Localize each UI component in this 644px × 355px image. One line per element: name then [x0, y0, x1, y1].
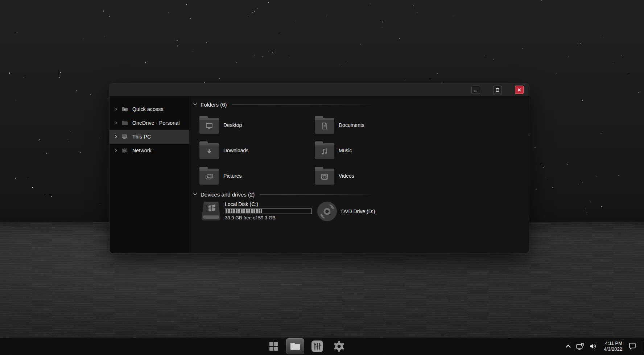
- star: [262, 57, 263, 57]
- clock-date: 4/3/2022: [604, 346, 622, 352]
- chevron-right-icon[interactable]: [114, 135, 118, 139]
- star: [347, 63, 347, 64]
- star: [252, 12, 253, 13]
- documents-folder-icon: [315, 118, 334, 134]
- star: [293, 22, 294, 22]
- taskbar-clock[interactable]: 4:11 PM 4/3/2022: [604, 340, 622, 352]
- minimize-button[interactable]: [471, 86, 480, 94]
- local-disk-tile[interactable]: Local Disk (C:) 33.9 GB free of 59.3 GB: [199, 201, 317, 222]
- disk-usage-fill: [226, 209, 262, 213]
- mixer-taskbar-button[interactable]: [309, 338, 326, 354]
- group-divider: [232, 104, 378, 105]
- star: [103, 11, 104, 12]
- star: [568, 56, 569, 57]
- folder-icon: [290, 342, 301, 351]
- notifications-button[interactable]: [626, 339, 639, 354]
- star: [268, 51, 269, 52]
- devices-row: Local Disk (C:) 33.9 GB free of 59.3 GB: [199, 201, 524, 222]
- chevron-up-icon: [565, 344, 571, 349]
- star: [552, 187, 553, 188]
- star: [190, 18, 191, 20]
- devices-group-title: Devices and drives (2): [201, 191, 255, 198]
- minimize-icon: [474, 88, 478, 92]
- star: [268, 2, 269, 3]
- file-explorer-window: Quick access OneDrive - Personal This PC…: [110, 83, 529, 253]
- folder-tile-videos[interactable]: Videos: [315, 163, 430, 189]
- gear-icon: [333, 340, 345, 352]
- star: [360, 44, 361, 45]
- videos-folder-icon: [315, 169, 334, 185]
- chevron-down-icon[interactable]: [193, 193, 197, 196]
- sidebar-item-network[interactable]: Network: [110, 144, 189, 157]
- folder-tile-pictures[interactable]: Pictures: [199, 163, 315, 189]
- devices-group-header[interactable]: Devices and drives (2): [192, 191, 378, 198]
- window-titlebar[interactable]: [110, 83, 529, 96]
- star: [431, 79, 432, 79]
- star: [417, 12, 418, 13]
- star: [219, 78, 220, 79]
- sidebar-item-label: This PC: [132, 134, 151, 140]
- file-explorer-taskbar-button[interactable]: [286, 338, 304, 354]
- star: [83, 38, 84, 39]
- star: [342, 66, 342, 66]
- chevron-right-icon[interactable]: [114, 121, 118, 125]
- star: [486, 57, 487, 57]
- system-tray: 4:11 PM 4/3/2022: [563, 338, 639, 355]
- volume-tray-button[interactable]: [587, 339, 599, 354]
- star: [186, 4, 187, 5]
- downloads-folder-icon: [199, 143, 219, 159]
- star: [192, 51, 193, 52]
- sidebar-item-quick-access[interactable]: Quick access: [110, 102, 189, 116]
- clock-time: 4:11 PM: [604, 340, 622, 346]
- star: [9, 73, 10, 74]
- folders-group-header[interactable]: Folders (6): [192, 101, 378, 108]
- folder-tile-downloads[interactable]: Downloads: [199, 138, 315, 163]
- star: [405, 79, 406, 81]
- star: [603, 37, 604, 38]
- star: [168, 12, 169, 13]
- maximize-icon: [495, 88, 500, 92]
- windows-logo-icon: [269, 341, 279, 351]
- close-button[interactable]: [515, 86, 524, 94]
- folders-group-title: Folders (6): [201, 102, 227, 108]
- folder-tile-music[interactable]: Music: [315, 138, 430, 163]
- local-disk-info: Local Disk (C:) 33.9 GB free of 59.3 GB: [225, 201, 312, 222]
- star: [279, 33, 280, 33]
- start-button[interactable]: [266, 338, 282, 354]
- star: [582, 182, 583, 183]
- star: [177, 40, 178, 41]
- sidebar-item-onedrive[interactable]: OneDrive - Personal: [110, 116, 189, 130]
- chevron-right-icon[interactable]: [114, 107, 118, 111]
- chevron-right-icon[interactable]: [114, 149, 118, 152]
- maximize-button[interactable]: [493, 86, 502, 94]
- star: [69, 141, 69, 141]
- mixer-icon: [311, 340, 323, 352]
- hidden-icons-button[interactable]: [563, 339, 574, 354]
- star: [46, 153, 47, 154]
- star: [585, 209, 586, 209]
- star: [236, 62, 236, 63]
- star: [80, 152, 81, 153]
- star: [289, 55, 289, 56]
- sidebar-item-label: Quick access: [132, 106, 164, 112]
- star: [580, 43, 581, 44]
- star: [326, 15, 327, 16]
- star: [206, 42, 207, 43]
- speaker-icon: [589, 343, 597, 350]
- dvd-disc-icon: [317, 201, 338, 222]
- dvd-drive-tile[interactable]: DVD Drive (D:): [317, 201, 375, 222]
- folder-tile-desktop[interactable]: Desktop: [199, 112, 315, 138]
- star: [542, 162, 542, 163]
- folder-tile-documents[interactable]: Documents: [315, 112, 430, 138]
- chevron-down-icon[interactable]: [193, 103, 197, 106]
- sidebar-item-this-pc[interactable]: This PC: [110, 130, 189, 144]
- show-desktop-divider[interactable]: [642, 341, 642, 351]
- settings-taskbar-button[interactable]: [330, 338, 348, 354]
- star: [614, 63, 615, 64]
- star: [249, 17, 249, 17]
- star: [254, 55, 255, 56]
- star: [399, 38, 400, 39]
- network-tray-button[interactable]: [574, 339, 587, 354]
- sidebar-item-label: OneDrive - Personal: [132, 120, 180, 126]
- star: [493, 59, 494, 60]
